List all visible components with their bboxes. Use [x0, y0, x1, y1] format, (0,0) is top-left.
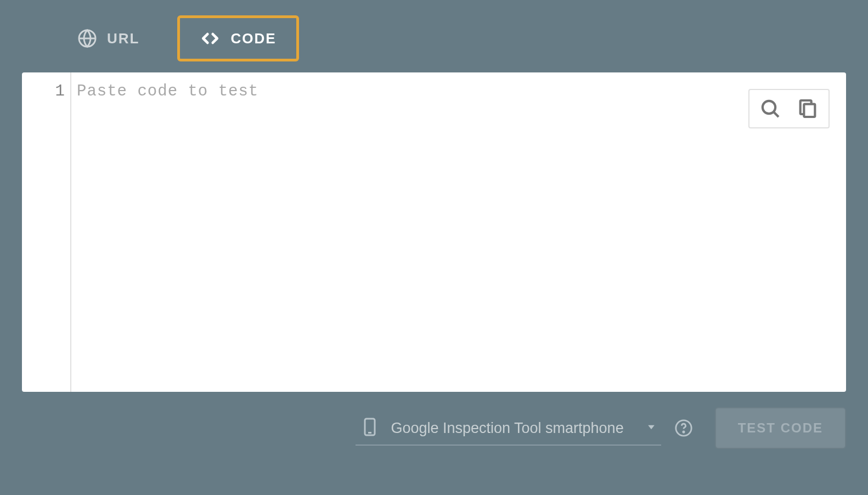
- svg-line-3: [774, 112, 779, 117]
- copy-button[interactable]: [797, 98, 819, 120]
- tab-code-label: CODE: [230, 30, 276, 47]
- svg-point-9: [683, 431, 684, 432]
- svg-marker-7: [648, 425, 655, 430]
- dropdown-arrow-icon: [646, 421, 657, 435]
- svg-point-2: [763, 101, 775, 114]
- device-label: Google Inspection Tool smartphone: [391, 420, 634, 437]
- test-code-label: TEST CODE: [738, 420, 823, 435]
- code-placeholder: Paste code to test: [77, 82, 846, 100]
- test-code-button[interactable]: TEST CODE: [715, 407, 846, 449]
- svg-rect-4: [804, 104, 815, 117]
- tabs: URL CODE: [22, 0, 846, 72]
- search-icon: [759, 98, 781, 120]
- code-icon: [200, 28, 221, 49]
- globe-icon: [77, 29, 97, 48]
- tab-url-label: URL: [107, 30, 139, 47]
- help-button[interactable]: [674, 419, 693, 437]
- line-gutter: 1: [22, 72, 71, 392]
- code-editor-panel: 1 Paste code to test: [22, 72, 846, 392]
- help-icon: [674, 419, 693, 437]
- search-button[interactable]: [759, 98, 781, 120]
- line-number: 1: [22, 82, 65, 100]
- footer-bar: Google Inspection Tool smartphone TEST C…: [22, 392, 846, 464]
- smartphone-icon: [360, 417, 380, 439]
- editor-toolbar: [748, 89, 830, 128]
- code-textarea[interactable]: Paste code to test: [71, 72, 846, 392]
- tab-url[interactable]: URL: [55, 16, 162, 61]
- copy-icon: [797, 98, 819, 120]
- tab-code[interactable]: CODE: [177, 15, 298, 61]
- device-selector[interactable]: Google Inspection Tool smartphone: [356, 410, 661, 446]
